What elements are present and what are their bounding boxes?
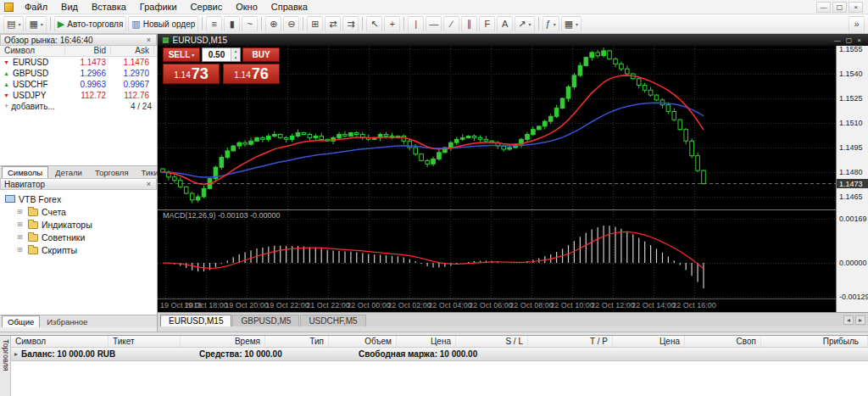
toolbar-bar-chart-button[interactable]: ≡: [206, 16, 222, 32]
menu-bar: ФайлВидВставкаГрафикиСервисОкноСправка —…: [0, 0, 868, 14]
market-watch-tab-details[interactable]: Детали: [49, 166, 88, 178]
toolbar-trend-line-button[interactable]: ∕: [443, 16, 459, 32]
toolbar-horizontal-line-button[interactable]: —: [426, 16, 442, 32]
market-watch-header: СимволBidAsk: [0, 46, 157, 57]
toolbar-chart-shift-button[interactable]: ⇉: [342, 16, 359, 32]
toolbar-profiles-button[interactable]: ▦▾: [25, 16, 46, 32]
price-axis-label: 1.1495: [839, 143, 863, 152]
navigator-root-vtb-forex[interactable]: VTB Forex: [0, 192, 157, 205]
menu-service[interactable]: Сервис: [184, 1, 230, 13]
computer-icon: [5, 195, 15, 203]
market-watch-tab-trading[interactable]: Торговля: [89, 166, 135, 178]
close-button[interactable]: ×: [849, 2, 863, 13]
sell-price-main: 1.14: [174, 70, 190, 80]
stepper-up-icon[interactable]: ▴: [231, 48, 240, 55]
chart-plot[interactable]: SELL ▾ 0.50 ▴ ▾ BUY: [158, 46, 868, 312]
buy-price-frac: 76: [252, 66, 269, 81]
balance-row[interactable]: ▸ Баланс: 10 000.00 RUB Средства: 10 000…: [11, 348, 868, 361]
toolbar-overflow-button[interactable]: »: [849, 16, 865, 32]
sell-price-display[interactable]: 1.14 73: [163, 64, 220, 84]
chart-close-button[interactable]: ×: [857, 36, 861, 44]
toolbar-line-chart-button[interactable]: ~: [242, 16, 258, 32]
toolbar-new-chart-button[interactable]: ▤▾: [3, 16, 24, 32]
bid-value: 112.72: [65, 90, 111, 101]
toolbar-periods-button[interactable]: ▦▾: [561, 16, 581, 32]
menu-help[interactable]: Справка: [264, 1, 314, 13]
toolbar-vertical-line-button[interactable]: |: [408, 16, 424, 32]
market-watch-row-usdchf[interactable]: ▲USDCHF0.99630.9967: [0, 79, 157, 90]
terminal-column-type: Тип: [265, 336, 329, 347]
menu-view[interactable]: Вид: [54, 1, 85, 13]
navigator-item-label: Советники: [42, 232, 85, 243]
chart-canvas[interactable]: 1.15551.15401.15251.15101.14951.14801.14…: [158, 46, 868, 312]
time-axis-label: 22 Oct 12:00: [591, 301, 635, 310]
chart-maximize-button[interactable]: ▢: [846, 36, 853, 44]
chart-minimize-button[interactable]: —: [834, 36, 841, 44]
toolbar-separator: [303, 17, 303, 31]
market-watch-row-eurusd[interactable]: ▼EURUSD1.14731.1476: [0, 57, 157, 68]
close-icon[interactable]: ×: [145, 180, 153, 188]
menu-file[interactable]: Файл: [18, 1, 54, 13]
toolbar-indicators-button[interactable]: ƒ▾: [542, 16, 559, 32]
sell-button[interactable]: SELL ▾: [163, 47, 200, 62]
time-axis-label: 21 Oct 22:00: [306, 301, 350, 310]
new-order-label: Новый ордер: [143, 20, 196, 29]
minimize-button[interactable]: —: [816, 2, 831, 13]
scroll-left-icon[interactable]: ◂: [843, 315, 854, 325]
navigator-item-scripts[interactable]: ⊞Скрипты: [0, 243, 157, 256]
market-watch-column-ask: Ask: [111, 46, 154, 56]
menu-window[interactable]: Окно: [229, 1, 264, 13]
toolbar-fibonacci-button[interactable]: F: [479, 16, 495, 32]
navigator-item-indicators[interactable]: ⊞Индикаторы: [0, 218, 157, 231]
fibonacci-icon: F: [484, 19, 490, 29]
buy-price-display[interactable]: 1.14 76: [223, 64, 280, 84]
window-controls: —▢×: [816, 2, 865, 13]
navigator-item-accounts[interactable]: ⊞Счета: [0, 205, 157, 218]
chart-window: ▦ EURUSD,M15 —▢× SELL ▾ 0.50 ▴ ▾: [158, 34, 868, 332]
market-watch-tab-symbols[interactable]: Символы: [2, 166, 48, 178]
menu-insert[interactable]: Вставка: [85, 1, 133, 13]
navigator-title: Навигатор: [4, 180, 45, 189]
chart-tab-eurusd-m15[interactable]: EURUSD,M15: [160, 315, 231, 326]
toolbar-new-order-button[interactable]: ▥Новый ордер: [128, 16, 198, 32]
market-watch-add-row[interactable]: + добавить... 4 / 24: [0, 101, 157, 112]
toolbar-channel-button[interactable]: ∥: [461, 16, 477, 32]
terminal-tab-trade[interactable]: Торговля: [0, 336, 11, 396]
chart-tab-gbpusd-m5[interactable]: GBPUSD,M5: [232, 315, 299, 326]
menu-charts[interactable]: Графики: [133, 1, 184, 13]
free-margin-value: Свободная маржа: 10 000.00: [359, 349, 477, 359]
macd-axis-label: 0.00000: [839, 259, 867, 267]
chart-tab-usdchf-m5[interactable]: USDCHF,M5: [300, 315, 365, 326]
toolbar-zoom-out-button[interactable]: ⊖: [283, 16, 299, 32]
navigator-tab-common[interactable]: Общие: [2, 315, 40, 327]
navigator-tab-favorites[interactable]: Избранное: [41, 315, 93, 327]
toolbar-candle-chart-button[interactable]: ▮: [224, 16, 240, 32]
zoom-in-icon: ⊕: [270, 19, 277, 30]
toolbar-crosshair-button[interactable]: +: [384, 16, 400, 32]
market-watch-row-gbpusd[interactable]: ▲GBPUSD1.29661.2970: [0, 68, 157, 79]
toolbar-tile-windows-button[interactable]: ⊞: [307, 16, 323, 32]
market-watch-row-usdjpy[interactable]: ▼USDJPY112.72112.76: [0, 90, 157, 101]
candle-chart-icon: ▮: [230, 19, 235, 30]
lot-size-field[interactable]: 0.50 ▴ ▾: [202, 47, 241, 62]
market-watch-column-bid: Bid: [65, 46, 111, 56]
buy-button[interactable]: BUY: [242, 47, 280, 62]
arrow-down-icon: ▼: [3, 90, 10, 101]
stepper-down-icon[interactable]: ▾: [231, 55, 240, 62]
toolbar-cursor-button[interactable]: ↖: [366, 16, 382, 32]
toolbar-text-label-button[interactable]: A: [497, 16, 513, 32]
time-axis-label: 22 Oct 08:00: [509, 301, 554, 310]
toolbar-auto-scroll-button[interactable]: ⇄: [325, 16, 341, 32]
toolbar-arrow-tools-button[interactable]: ↗▾: [515, 16, 534, 32]
scroll-right-icon[interactable]: ▸: [855, 315, 865, 325]
close-icon[interactable]: ×: [145, 36, 153, 44]
expander-icon: ▸: [11, 350, 21, 358]
maximize-button[interactable]: ▢: [832, 2, 847, 13]
toolbar-zoom-in-button[interactable]: ⊕: [265, 16, 281, 32]
toolbar-separator: [538, 17, 539, 31]
toolbar-auto-trading-button[interactable]: ▶Авто-торговля: [54, 16, 127, 32]
lot-value: 0.50: [203, 48, 231, 61]
navigator-item-experts[interactable]: ⊞Советники: [0, 231, 157, 243]
chart-titlebar: ▦ EURUSD,M15 —▢×: [158, 34, 868, 46]
auto-scroll-icon: ⇄: [329, 19, 337, 30]
